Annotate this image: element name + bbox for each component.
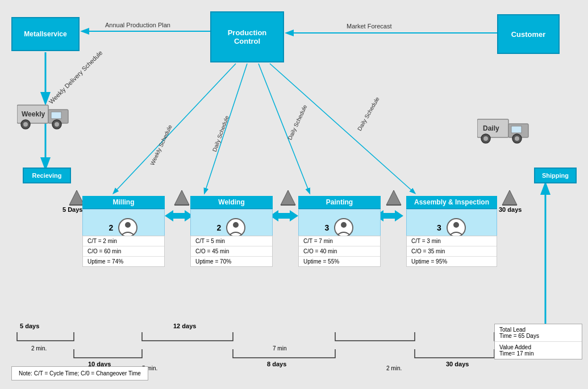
customer-label: Customer <box>511 30 546 39</box>
truck-icon: Weekly <box>17 99 80 131</box>
svg-text:Daily: Daily <box>483 124 499 132</box>
production-control-box: Production Control <box>210 11 284 62</box>
milling-ct: C/T = 2 min <box>83 236 164 246</box>
svg-point-18 <box>55 122 59 127</box>
painting-uptime: Uptime = 55% <box>299 257 380 266</box>
svg-point-24 <box>483 136 488 141</box>
weekly-schedule-label: Weekly Schedule <box>149 124 173 166</box>
weekly-truck: Weekly <box>17 99 80 132</box>
welding-operator-icon <box>226 217 246 238</box>
milling-co: C/O = 60 min <box>83 246 164 257</box>
assembly-co: C/O = 35 min <box>407 246 497 257</box>
diagram-container: Annual Production Plan Market Forecast <box>0 0 588 389</box>
production-control-label: Production Control <box>228 28 267 45</box>
svg-rect-14 <box>51 112 61 119</box>
assembly-ct: C/T = 3 min <box>407 236 497 246</box>
svg-point-26 <box>515 136 519 141</box>
timeline-days-3: 8 days <box>267 361 286 367</box>
5days-label: 5 Days <box>62 206 82 213</box>
welding-operator-num: 2 <box>217 223 222 232</box>
legend-total-lead: Total LeadTime = 65 Days <box>495 324 582 342</box>
weekly-delivery-label: Weekly Delivery Schedule <box>48 49 104 106</box>
welding-header: Welding <box>190 196 273 209</box>
svg-point-42 <box>341 222 347 228</box>
milling-operator-num: 2 <box>109 223 114 232</box>
assembly-info: C/T = 3 min C/O = 35 min Uptime = 95% <box>406 236 497 267</box>
inventory-triangle-2 <box>280 189 297 207</box>
assembly-uptime: Uptime = 95% <box>407 257 497 266</box>
timeline-days-2: 12 days <box>173 323 196 329</box>
painting-operator-icon <box>333 217 354 238</box>
customer-box: Customer <box>497 14 560 54</box>
note-text: Note: C/T = Cycle Time; C/0 = Changeover… <box>19 370 141 377</box>
welding-co: C/O = 45 min <box>191 246 272 257</box>
metallservice-box: Metallservice <box>11 17 80 51</box>
svg-line-6 <box>114 64 236 193</box>
painting-operator-num: 3 <box>325 223 330 232</box>
svg-point-44 <box>453 222 459 228</box>
assembly-header: Assembly & Inspection <box>406 196 497 209</box>
daily-truck: Daily <box>477 114 540 146</box>
30days-label: 30 days <box>499 206 522 213</box>
welding-uptime: Uptime = 70% <box>191 257 272 266</box>
svg-marker-35 <box>502 190 517 205</box>
svg-rect-22 <box>511 126 522 133</box>
svg-marker-33 <box>386 190 401 205</box>
svg-line-8 <box>258 64 310 193</box>
truck-icon-daily: Daily <box>477 114 540 145</box>
svg-marker-29 <box>174 190 189 205</box>
assembly-operator-num: 3 <box>437 223 441 232</box>
recieving-label: Recieving <box>32 172 62 179</box>
milling-header: Milling <box>82 196 165 209</box>
recieving-box: Recieving <box>23 168 71 183</box>
timeline-time-3: 2 min. <box>386 365 402 371</box>
timeline-days-0: 5 days <box>20 323 39 329</box>
milling-info: C/T = 2 min C/O = 60 min Uptime = 74% <box>82 236 165 267</box>
inventory-triangle-3 <box>385 189 402 207</box>
painting-header: Painting <box>298 196 381 209</box>
milling-uptime: Uptime = 74% <box>83 257 164 266</box>
milling-operator-icon <box>118 217 138 238</box>
shipping-label: Shipping <box>542 172 569 179</box>
timeline-days-4: 30 days <box>446 361 469 367</box>
timeline-time-2: 7 min <box>273 345 286 352</box>
svg-point-16 <box>23 122 28 127</box>
painting-ct: C/T = 7 min <box>299 236 380 246</box>
legend-box: Total LeadTime = 65 Days Value AddedTime… <box>494 324 582 359</box>
welding-info: C/T = 5 min C/O = 45 min Uptime = 70% <box>190 236 273 267</box>
svg-text:Annual Production Plan: Annual Production Plan <box>105 22 170 28</box>
inventory-triangle-shipping <box>501 189 518 207</box>
note-box: Note: C/T = Cycle Time; C/0 = Changeover… <box>11 366 148 380</box>
svg-point-38 <box>125 222 131 228</box>
timeline-time-0: 2 min. <box>31 345 47 352</box>
painting-info: C/T = 7 min C/O = 40 min Uptime = 55% <box>298 236 381 267</box>
metallservice-label: Metallservice <box>24 30 66 38</box>
svg-text:Market Forecast: Market Forecast <box>347 23 391 30</box>
svg-text:Weekly: Weekly <box>22 110 45 118</box>
shipping-box: Shipping <box>534 168 577 183</box>
painting-co: C/O = 40 min <box>299 246 380 257</box>
legend-value-added: Value AddedTime= 17 min <box>495 342 582 359</box>
svg-point-40 <box>233 222 239 228</box>
daily-schedule-label-2: Daily Schedule <box>286 104 308 141</box>
svg-marker-31 <box>281 190 295 205</box>
daily-schedule-label-3: Daily Schedule <box>356 96 381 132</box>
inventory-triangle-1 <box>173 189 190 207</box>
assembly-operator-icon <box>446 217 466 238</box>
welding-ct: C/T = 5 min <box>191 236 272 246</box>
daily-schedule-label-1: Daily Schedule <box>211 115 230 152</box>
